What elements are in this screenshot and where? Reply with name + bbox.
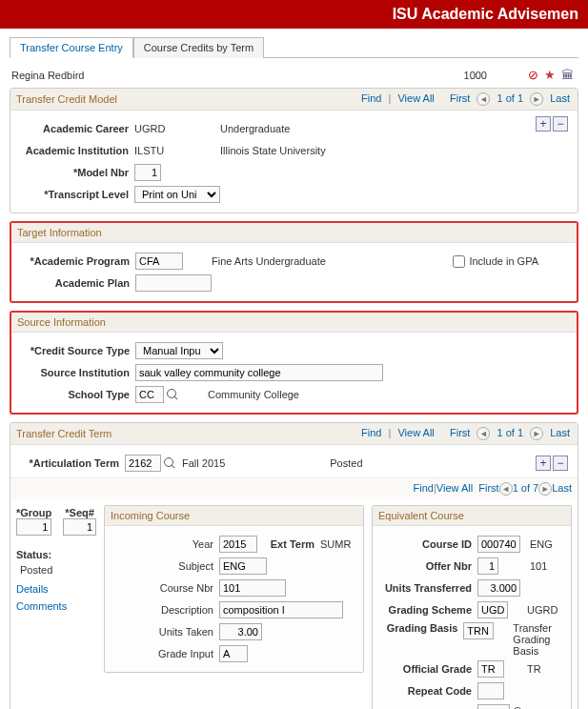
include-in-gpa-checkbox[interactable]: [453, 255, 465, 268]
course-nbr-input[interactable]: [219, 579, 286, 597]
offer-nbr-input[interactable]: [477, 557, 498, 575]
group-input[interactable]: [16, 518, 51, 536]
comments-link[interactable]: Comments: [16, 600, 96, 612]
grade-input-field[interactable]: [219, 645, 248, 662]
banner-title: ISU Academic Advisemen: [393, 6, 578, 22]
subject-label: Subject: [114, 560, 219, 572]
ext-term-value: SUMR: [320, 538, 351, 550]
articulation-term-desc: Fall 2015: [182, 457, 225, 469]
school-type-label: School Type: [21, 389, 135, 400]
units-taken-label: Units Taken: [114, 626, 219, 638]
course-id-input[interactable]: [477, 536, 520, 553]
group-label: *Group: [16, 507, 51, 518]
year-input[interactable]: [219, 536, 257, 553]
source-information-panel: Source Information *Credit Source Type M…: [10, 311, 578, 415]
student-name: Regina Redbird: [11, 70, 84, 81]
grading-scheme-label: Grading Scheme: [382, 604, 477, 616]
prev-arrow-icon[interactable]: ◄: [476, 92, 490, 106]
description-input[interactable]: [219, 601, 343, 618]
equivalent-course-card: Equivalent Course Course ID ENG Offer Nb…: [372, 505, 572, 709]
model-nbr-input[interactable]: [134, 164, 161, 181]
academic-institution-desc: Illinois State University: [220, 145, 326, 156]
app-banner: ISU Academic Advisemen: [0, 0, 588, 29]
units-taken-input[interactable]: [219, 623, 262, 640]
official-grade-label: Official Grade: [382, 663, 477, 675]
no-entry-icon: ⊘: [528, 68, 538, 82]
delete-row-icon[interactable]: −: [553, 456, 568, 471]
units-transferred-label: Units Transferred: [382, 582, 477, 594]
academic-program-desc: Fine Arts Undergraduate: [212, 255, 326, 267]
academic-career-label: Academic Career: [20, 123, 134, 134]
credit-source-type-label: *Credit Source Type: [21, 345, 135, 356]
academic-plan-input[interactable]: [135, 274, 212, 292]
grading-scheme-input[interactable]: [477, 601, 508, 618]
group-seq-block: *Group *Seq# Status: Posted Details Comm…: [16, 505, 96, 612]
next-arrow-icon[interactable]: ►: [538, 482, 552, 496]
repeat-code-input[interactable]: [477, 682, 504, 699]
include-in-gpa-label: Include in GPA: [469, 255, 538, 267]
target-information-panel: Target Information *Academic Program Fin…: [10, 221, 578, 303]
academic-institution-label: Academic Institution: [20, 145, 134, 156]
articulation-term-label: *Articulation Term: [20, 457, 125, 469]
academic-institution-value: ILSTU: [134, 145, 192, 156]
tabstrip: Transfer Course Entry Course Credits by …: [10, 36, 578, 58]
view-all-link[interactable]: View All: [397, 92, 434, 104]
view-all-link[interactable]: View All: [436, 482, 473, 496]
year-label: Year: [114, 538, 219, 550]
designation-input[interactable]: [477, 704, 510, 709]
tab-course-credits-by-term[interactable]: Course Credits by Term: [133, 37, 264, 58]
transcript-level-select[interactable]: Print on Uni: [134, 186, 220, 203]
subject-input[interactable]: [219, 557, 267, 575]
last-label: Last: [550, 92, 570, 104]
academic-program-input[interactable]: [135, 253, 183, 270]
school-type-desc: Community College: [208, 389, 299, 400]
source-institution-input[interactable]: [135, 364, 383, 381]
find-link[interactable]: Find: [361, 92, 381, 104]
seq-label: *Seq#: [63, 507, 96, 518]
seq-input[interactable]: [63, 518, 96, 536]
academic-program-label: *Academic Program: [21, 255, 135, 267]
delete-row-icon[interactable]: −: [553, 116, 568, 132]
grading-scheme-desc: UGRD: [527, 604, 558, 616]
credit-source-type-select[interactable]: Manual Inpu: [135, 342, 223, 359]
panel-title: Transfer Credit Term: [16, 428, 112, 439]
units-transferred-input[interactable]: [477, 579, 520, 597]
add-row-icon[interactable]: +: [536, 456, 551, 471]
academic-career-desc: Undergraduate: [220, 123, 290, 134]
incoming-course-card: Incoming Course Year Ext Term SUMR Subje…: [104, 505, 364, 673]
lookup-icon[interactable]: [166, 388, 179, 401]
status-value: Posted: [20, 564, 96, 576]
articulation-term-input[interactable]: [125, 455, 161, 472]
offer-nbr-label: Offer Nbr: [382, 560, 477, 572]
prev-arrow-icon[interactable]: ◄: [499, 482, 513, 496]
next-arrow-icon[interactable]: ►: [530, 427, 543, 440]
lookup-icon[interactable]: [163, 456, 176, 470]
status-label: Status:: [16, 549, 96, 560]
add-row-icon[interactable]: +: [536, 116, 551, 132]
student-id: 1000: [464, 70, 487, 81]
school-type-input[interactable]: [135, 386, 164, 403]
transfer-credit-term-panel: Transfer Credit Term Find | View All Fir…: [10, 422, 578, 709]
course-id-label: Course ID: [382, 538, 477, 550]
details-link[interactable]: Details: [16, 583, 96, 595]
next-arrow-icon[interactable]: ►: [530, 92, 543, 106]
transfer-credit-model-panel: Transfer Credit Model Find | View All Fi…: [10, 88, 578, 213]
grading-basis-label: Grading Basis: [382, 622, 463, 634]
find-link[interactable]: Find: [361, 427, 381, 438]
card-title: Equivalent Course: [378, 510, 464, 521]
transcript-level-label: *Transcript Level: [20, 189, 134, 200]
panel-title: Transfer Credit Model: [16, 93, 117, 105]
tab-transfer-course-entry[interactable]: Transfer Course Entry: [10, 37, 133, 58]
official-grade-desc: TR: [527, 663, 541, 675]
prev-arrow-icon[interactable]: ◄: [476, 427, 490, 440]
find-link[interactable]: Find: [414, 482, 434, 496]
course-scroll-nav: Find | View All First ◄ 1 of 7 ► Last: [10, 477, 578, 499]
building-icon: 🏛: [561, 68, 574, 82]
grading-basis-input[interactable]: [463, 622, 494, 639]
academic-career-value: UGRD: [134, 123, 192, 134]
description-label: Description: [114, 604, 219, 616]
official-grade-input[interactable]: [477, 660, 504, 678]
repeat-code-label: Repeat Code: [382, 685, 477, 697]
view-all-link[interactable]: View All: [397, 427, 434, 438]
panel-title: Target Information: [17, 227, 102, 238]
